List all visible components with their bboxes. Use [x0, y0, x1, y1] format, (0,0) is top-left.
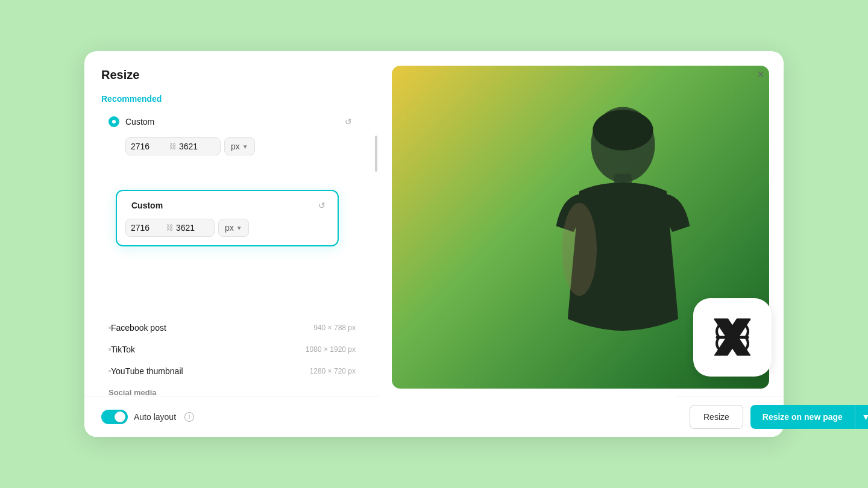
auto-layout-label: Auto layout [134, 412, 176, 422]
capcut-logo [708, 313, 756, 361]
resize-new-page-button[interactable]: Resize on new page [750, 405, 855, 429]
unit-label: px [231, 142, 240, 151]
left-panel: Resize Recommended Custom ↺ ⛓ px ▼ [84, 51, 380, 437]
custom-item-name: Custom [125, 117, 341, 127]
reset-button[interactable]: ↺ [341, 114, 356, 129]
recommended-custom-item[interactable]: Custom ↺ [101, 110, 363, 134]
floating-unit-label: px [225, 223, 234, 233]
width-input-wrap: ⛓ [125, 137, 221, 155]
floating-dim-row: ⛓ px ▼ [125, 219, 329, 237]
resize-modal: Resize Recommended Custom ↺ ⛓ px ▼ [84, 51, 784, 437]
right-panel: × Resize Resize on new page ▼ [380, 51, 784, 437]
resize-button[interactable]: Resize [690, 405, 743, 429]
floating-card-header: Custom ↺ [125, 198, 329, 213]
tiktok-name: TikTok [111, 345, 301, 354]
unit-select[interactable]: px ▼ [224, 137, 255, 155]
facebook-name: Facebook post [111, 323, 309, 333]
floating-custom-name: Custom [131, 201, 163, 210]
floating-width-input[interactable] [131, 223, 164, 233]
chevron-down-icon: ▼ [242, 143, 248, 150]
floating-chevron-down-icon: ▼ [236, 225, 242, 231]
svg-point-1 [593, 110, 653, 151]
dropdown-chevron-icon: ▼ [861, 412, 868, 422]
youtube-dims: 1280 × 720 px [310, 367, 356, 375]
youtube-name: YouTube thumbnail [111, 366, 305, 376]
info-icon[interactable]: i [184, 412, 194, 422]
width-input[interactable] [131, 142, 167, 151]
svg-point-3 [562, 202, 597, 295]
right-bottom-bar: Resize Resize on new page ▼ [675, 396, 784, 437]
close-button[interactable]: × [750, 63, 772, 85]
tiktok-item[interactable]: TikTok 1080 × 1920 px [101, 339, 363, 360]
auto-layout-toggle[interactable] [101, 410, 128, 424]
facebook-dims: 940 × 788 px [313, 324, 356, 332]
youtube-item[interactable]: YouTube thumbnail 1280 × 720 px [101, 360, 363, 382]
radio-custom-selected[interactable] [108, 116, 119, 127]
floating-reset-button[interactable]: ↺ [315, 198, 329, 213]
link-icon: ⛓ [169, 142, 177, 151]
dim-row-recommended: ⛓ px ▼ [101, 134, 363, 160]
app-icon [693, 298, 772, 377]
auto-layout-wrap: Auto layout i [101, 410, 194, 424]
height-input[interactable] [179, 142, 215, 151]
tiktok-dims: 1080 × 1920 px [306, 345, 356, 354]
scroll-indicator[interactable] [375, 136, 377, 172]
toggle-thumb [115, 411, 125, 422]
resize-new-page-dropdown-button[interactable]: ▼ [855, 405, 868, 429]
floating-height-input[interactable] [176, 223, 209, 233]
person-silhouette [530, 98, 699, 389]
bottom-bar: Auto layout i [84, 396, 380, 437]
floating-unit-select[interactable]: px ▼ [218, 219, 249, 237]
floating-width-wrap: ⛓ [125, 219, 215, 237]
resize-new-page-group: Resize on new page ▼ [750, 405, 868, 429]
floating-link-icon: ⛓ [166, 224, 174, 232]
floating-custom-card: Custom ↺ ⛓ px ▼ [116, 190, 339, 246]
recommended-label: Recommended [101, 94, 380, 104]
panel-title: Resize [101, 68, 380, 82]
facebook-item[interactable]: Facebook post 940 × 788 px [101, 317, 363, 339]
